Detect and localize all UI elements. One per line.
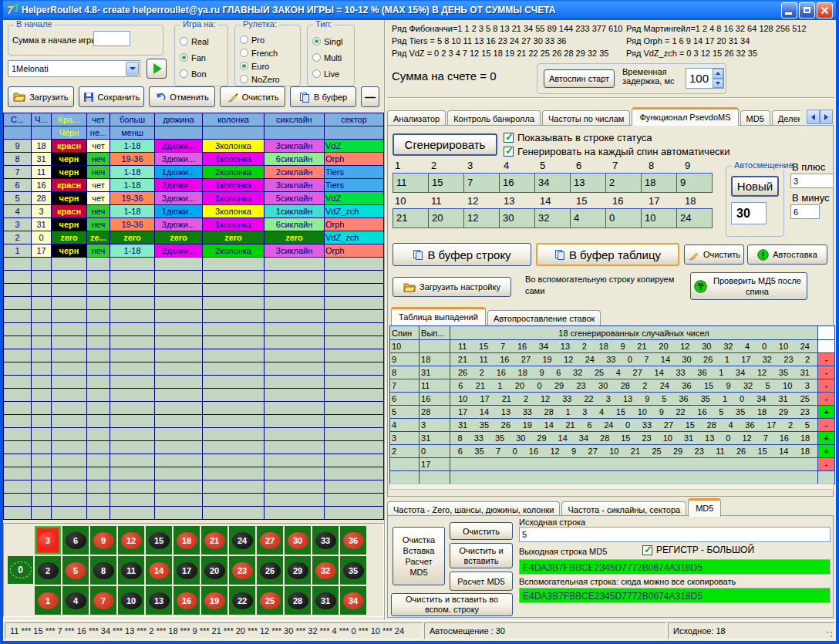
tab-spins-1[interactable]: Таблица выпадений: [391, 307, 486, 325]
roulette-cell-11[interactable]: 11: [118, 556, 144, 585]
tab-main-1[interactable]: Анализатор: [387, 110, 446, 126]
copy-to-buffer-button[interactable]: В буфер: [290, 86, 356, 107]
load-button[interactable]: Загрузить: [8, 86, 74, 107]
tab-main-5[interactable]: MD5: [740, 110, 770, 126]
md5-source-input[interactable]: [519, 527, 831, 542]
roulette-cell-4[interactable]: 4: [62, 586, 89, 615]
new-button[interactable]: Новый: [731, 176, 779, 197]
roulette-cell-7[interactable]: 7: [90, 586, 116, 615]
roulette-cell-29[interactable]: 29: [285, 556, 311, 585]
roulette-cell-23[interactable]: 23: [229, 556, 255, 585]
tab-main-6[interactable]: Деление кол: [772, 110, 800, 126]
roulette-cell-1[interactable]: 1: [35, 586, 61, 615]
uppercase-checkbox[interactable]: РЕГИСТР - БОЛЬШОЙ: [642, 545, 754, 555]
roulette-cell-9[interactable]: 9: [90, 526, 116, 555]
roulette-cell-24[interactable]: 24: [229, 526, 255, 555]
roulette-cell-35[interactable]: 35: [340, 556, 366, 585]
roulette-cell-16[interactable]: 16: [174, 586, 200, 615]
radio-option-singl[interactable]: Singl: [312, 33, 351, 49]
roulette-cell-21[interactable]: 21: [201, 526, 227, 555]
generate-button[interactable]: Сгенерировать: [393, 133, 497, 156]
profile-combo[interactable]: 1Melonati: [8, 60, 140, 77]
md5-calc-button[interactable]: Расчет MD5: [450, 572, 513, 591]
radio-option-real[interactable]: Real: [180, 33, 224, 49]
collapse-button[interactable]: —: [361, 86, 379, 107]
copy-table-button[interactable]: В буфер таблицу: [536, 243, 679, 266]
roulette-cell-14[interactable]: 14: [146, 556, 172, 585]
roulette-cell-6[interactable]: 6: [62, 526, 89, 555]
history-empty-cell: [4, 336, 32, 349]
spinner-down-icon[interactable]: [713, 79, 723, 89]
maximize-button[interactable]: [799, 2, 815, 19]
roulette-cell-5[interactable]: 5: [62, 556, 89, 585]
resize-grip-icon[interactable]: [825, 630, 834, 639]
tab-freq-1[interactable]: Частота - Zero, шансы, дюжины, колонки: [387, 501, 560, 517]
radio-option-fan[interactable]: Fan: [180, 49, 224, 66]
radio-option-pro[interactable]: Pro: [240, 33, 297, 46]
roulette-cell-8[interactable]: 8: [90, 556, 116, 585]
roulette-cell-27[interactable]: 27: [257, 526, 283, 555]
tab-main-4[interactable]: Функционал PsevdoMS: [632, 107, 738, 126]
plus-input[interactable]: [790, 174, 834, 188]
horizontal-scrollbar[interactable]: [389, 484, 834, 490]
tab-scroll-left-icon[interactable]: [807, 110, 820, 124]
radio-option-multi[interactable]: Multi: [312, 49, 351, 66]
play-button[interactable]: [147, 59, 167, 79]
md5-clear-insert-aux-button[interactable]: Очистить и вставить во вспом. строку: [391, 593, 513, 616]
minimize-button[interactable]: [781, 2, 797, 19]
spin-number: 35: [701, 394, 710, 403]
undo-button[interactable]: Отменить: [149, 86, 215, 107]
radio-option-bon[interactable]: Bon: [180, 66, 224, 82]
roulette-cell-0[interactable]: 0: [8, 556, 33, 584]
tab-spins-2[interactable]: Автопроставление ставок: [487, 310, 601, 325]
autospin-start-button[interactable]: Автоспин старт: [544, 69, 615, 88]
radio-option-euro[interactable]: Euro: [240, 59, 297, 72]
roulette-cell-25[interactable]: 25: [257, 586, 283, 615]
roulette-cell-13[interactable]: 13: [146, 586, 172, 615]
radio-option-live[interactable]: Live: [312, 66, 351, 82]
tab-main-2[interactable]: Контроль банкролла: [447, 110, 541, 126]
save-button[interactable]: Сохранить: [79, 86, 145, 107]
checkbox-show-status[interactable]: Показывать в строке статуса: [504, 132, 652, 143]
roulette-cell-30[interactable]: 30: [285, 526, 311, 555]
roulette-cell-17[interactable]: 17: [174, 556, 200, 585]
clear-button[interactable]: Очистить: [220, 86, 286, 107]
roulette-cell-12[interactable]: 12: [118, 526, 144, 555]
tab-freq-3[interactable]: MD5: [688, 498, 721, 517]
roulette-cell-10[interactable]: 10: [118, 586, 144, 615]
autobet-button[interactable]: ! Автоставка: [747, 244, 827, 265]
roulette-cell-32[interactable]: 32: [312, 556, 339, 585]
md5-clear-insert-button[interactable]: Очистить и вставить: [450, 543, 513, 568]
checkbox-autogenerate[interactable]: Генерировать на каждый спин автоматическ…: [504, 146, 730, 157]
md5-clear-button[interactable]: Очистить: [450, 522, 513, 540]
roulette-cell-33[interactable]: 33: [312, 526, 339, 555]
roulette-cell-31[interactable]: 31: [312, 586, 339, 615]
tab-scroll-right-icon[interactable]: [820, 110, 833, 124]
start-sum-input[interactable]: [93, 31, 130, 46]
minus-label: В минус: [792, 192, 830, 204]
roulette-cell-34[interactable]: 34: [340, 586, 366, 615]
spinner-up-icon[interactable]: [713, 69, 723, 79]
roulette-cell-36[interactable]: 36: [340, 526, 366, 555]
close-button[interactable]: [817, 2, 833, 19]
combo-dropdown-icon[interactable]: [126, 62, 139, 76]
roulette-cell-3[interactable]: 3: [35, 526, 61, 555]
roulette-cell-20[interactable]: 20: [201, 556, 227, 585]
roulette-cell-15[interactable]: 15: [146, 526, 172, 555]
tab-main-3[interactable]: Частоты по числам: [542, 110, 630, 126]
roulette-cell-2[interactable]: 2: [35, 556, 61, 585]
roulette-cell-28[interactable]: 28: [285, 586, 311, 615]
roulette-cell-22[interactable]: 22: [229, 586, 255, 615]
copy-row-button[interactable]: В буфер строку: [393, 243, 531, 266]
minus-input[interactable]: [790, 204, 820, 219]
check-md5-button[interactable]: МД5 Проверить МД5 после спина: [690, 272, 807, 300]
md5-big-button[interactable]: Очистка Вставка Расчет MD5: [393, 527, 445, 585]
clear-generated-button[interactable]: Очистить: [684, 244, 744, 265]
roulette-cell-18[interactable]: 18: [174, 526, 200, 555]
load-settings-button[interactable]: Загрузить настройку: [393, 277, 511, 297]
roulette-cell-26[interactable]: 26: [257, 556, 283, 585]
tab-freq-2[interactable]: Частота - сиклайны, сектора: [561, 501, 686, 517]
radio-option-french[interactable]: French: [240, 46, 297, 59]
roulette-cell-19[interactable]: 19: [201, 586, 227, 615]
radio-option-nozero[interactable]: NoZero: [240, 72, 297, 86]
